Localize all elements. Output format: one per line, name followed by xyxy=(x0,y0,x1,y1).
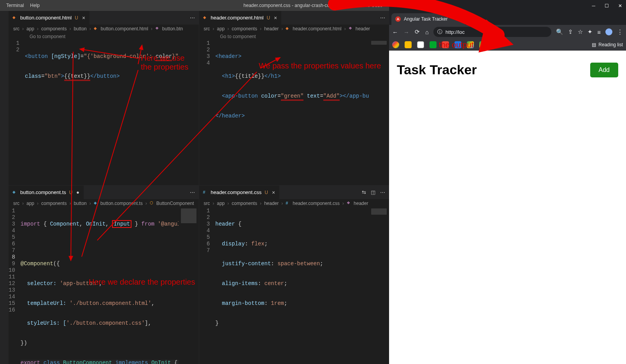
code-editor[interactable]: 1 2 <button [ngStyle]="{'background-colo… xyxy=(9,40,199,185)
gmail2-bookmark-icon[interactable] xyxy=(454,41,461,48)
address-bar[interactable]: ⓘ http://loc xyxy=(433,27,551,37)
code-editor[interactable]: 12 34 56 78 910 1112 1314 1516 import { … xyxy=(9,208,199,364)
forward-icon[interactable]: → xyxy=(403,29,409,35)
reading-list-icon: ▤ xyxy=(592,42,596,47)
page-content: Task Tracker Add xyxy=(389,51,626,364)
minimap[interactable] xyxy=(179,208,199,364)
modified-badge: U xyxy=(75,15,78,21)
bookmarks-bar: » ▤ Reading list xyxy=(389,39,626,51)
more-icon[interactable]: ⋯ xyxy=(380,189,385,195)
tabbar: header.component.css U × ⇆ ◫ ⋯ xyxy=(199,186,389,199)
pane-button-html: button.component.html U × ⋯ src› app› co… xyxy=(9,11,199,185)
close-icon[interactable]: × xyxy=(274,15,277,21)
code-lines[interactable]: <button [ngStyle]="{'background-color': … xyxy=(25,40,199,185)
codelens[interactable]: Go to component xyxy=(199,33,389,40)
more-icon[interactable]: ⋯ xyxy=(190,189,195,195)
browser-window: ─ ☐ ✕ A Angular Task Tracker × + ← → ⟳ ⌂… xyxy=(389,0,626,364)
close-icon[interactable]: × xyxy=(82,15,85,21)
close-icon[interactable]: × xyxy=(459,16,461,22)
app-header: Task Tracker Add xyxy=(397,62,618,77)
home-icon[interactable]: ⌂ xyxy=(425,29,429,35)
menu-terminal[interactable]: Terminal xyxy=(3,3,27,8)
modified-badge: U xyxy=(69,190,73,195)
tabbar: button.component.ts U • ⋯ xyxy=(9,186,199,199)
gutter: 1 2 xyxy=(9,40,25,185)
browser-toolbar: ← → ⟳ ⌂ ⓘ http://loc 🔍 ⇪ ☆ ✦ ≡ ⋮ xyxy=(389,25,626,39)
tabbar: button.component.html U × ⋯ xyxy=(9,11,199,24)
activity-bar[interactable] xyxy=(0,11,9,364)
breadcrumb[interactable]: src› app› components› header› header.com… xyxy=(199,199,389,208)
tab-label: header.component.html xyxy=(211,15,264,21)
code-editor[interactable]: 1 2 3 4 <header> <h1>{{title}}</h1> <app… xyxy=(199,40,389,185)
codelens[interactable]: Go to component xyxy=(9,33,199,40)
minimize-icon[interactable]: ─ xyxy=(592,3,595,9)
apps-icon[interactable]: ≡ xyxy=(597,29,601,35)
modified-badge: U xyxy=(265,190,268,195)
minimap[interactable] xyxy=(369,208,389,364)
bookmark-star-icon[interactable]: ☆ xyxy=(578,28,583,35)
reading-list-button[interactable]: ▤ Reading list xyxy=(592,42,623,47)
editor-grid: button.component.html U × ⋯ src› app› co… xyxy=(9,11,389,364)
breadcrumb[interactable]: src› app› components› button› button.com… xyxy=(9,199,199,208)
diff-icon[interactable]: ⇆ xyxy=(362,189,366,195)
breadcrumb[interactable]: src› app› components› header› header.com… xyxy=(199,24,389,33)
html-icon xyxy=(94,26,99,32)
close-icon[interactable]: × xyxy=(272,189,275,196)
page-title: Task Tracker xyxy=(397,62,477,77)
evernote-bookmark-icon[interactable] xyxy=(430,41,437,48)
browser-titlebar: ─ ☐ ✕ xyxy=(389,0,626,12)
dirty-dot-icon[interactable]: • xyxy=(76,191,79,194)
close-icon[interactable]: ✕ xyxy=(618,3,622,9)
menu-help[interactable]: Help xyxy=(27,3,43,8)
more-icon[interactable]: ⋯ xyxy=(190,15,195,21)
html-icon xyxy=(286,26,291,32)
drive-bookmark-icon[interactable] xyxy=(467,41,474,48)
pane-header-html: header.component.html U × ⋯ src› app› co… xyxy=(199,11,389,185)
split-icon[interactable]: ◫ xyxy=(371,189,375,195)
ts-icon xyxy=(12,190,18,195)
menu-icon[interactable]: ⋮ xyxy=(617,28,623,35)
symbol-icon xyxy=(349,26,354,32)
add-button[interactable]: Add xyxy=(590,63,618,77)
url-text: http://loc xyxy=(445,29,465,35)
more-icon[interactable]: ⋯ xyxy=(380,15,385,21)
gmail-bookmark-icon[interactable] xyxy=(442,41,449,48)
calendar-bookmark-icon[interactable] xyxy=(417,41,424,48)
code-lines[interactable]: <header> <h1>{{title}}</h1> <app-button … xyxy=(216,40,389,185)
bookmark-overflow-icon[interactable]: » xyxy=(492,42,495,48)
browser-tabs: A Angular Task Tracker × + xyxy=(389,12,626,25)
symbol-icon xyxy=(155,26,161,32)
tab-header-html[interactable]: header.component.html U × xyxy=(199,11,282,24)
tab-header-css[interactable]: header.component.css U × xyxy=(199,186,280,199)
share-icon[interactable]: ⇪ xyxy=(568,28,573,35)
pane-header-css: header.component.css U × ⇆ ◫ ⋯ src› app›… xyxy=(199,186,389,364)
keep-bookmark-icon[interactable] xyxy=(405,41,412,48)
css-icon xyxy=(203,190,209,195)
back-icon[interactable]: ← xyxy=(392,29,398,35)
window-title: header.component.css - angular-crash-cou… xyxy=(244,3,382,8)
tab-button-html[interactable]: button.component.html U × xyxy=(9,11,89,24)
zoom-icon[interactable]: 🔍 xyxy=(556,28,563,35)
drive2-bookmark-icon[interactable] xyxy=(479,41,486,48)
reload-icon[interactable]: ⟳ xyxy=(415,28,420,35)
google-bookmark-icon[interactable] xyxy=(392,41,399,48)
symbol-icon xyxy=(347,201,352,206)
css-icon xyxy=(286,201,291,206)
gutter: 12 34 56 7 xyxy=(199,208,216,364)
code-lines[interactable]: import { Component, OnInit, Input } from… xyxy=(21,208,199,364)
info-icon[interactable]: ⓘ xyxy=(437,28,442,35)
new-tab-icon[interactable]: + xyxy=(465,14,477,23)
minimap[interactable] xyxy=(369,40,389,185)
browser-tab[interactable]: A Angular Task Tracker × xyxy=(391,13,465,25)
maximize-icon[interactable]: ☐ xyxy=(605,3,609,9)
extensions-icon[interactable]: ✦ xyxy=(587,28,593,35)
tab-label: button.component.ts xyxy=(20,189,66,195)
code-editor[interactable]: 12 34 56 7 header { display: flex; justi… xyxy=(199,208,389,364)
tab-label: header.component.css xyxy=(211,189,262,195)
gutter: 1 2 3 4 xyxy=(199,40,216,185)
code-lines[interactable]: header { display: flex; justify-content:… xyxy=(216,208,389,364)
html-icon xyxy=(12,15,18,21)
profile-avatar-icon[interactable] xyxy=(605,28,612,35)
breadcrumb[interactable]: src› app› components› button› button.com… xyxy=(9,24,199,33)
tab-button-ts[interactable]: button.component.ts U • xyxy=(9,186,84,199)
